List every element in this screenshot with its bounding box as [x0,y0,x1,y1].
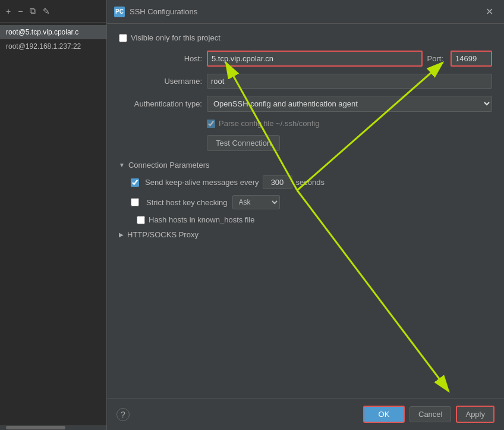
strict-host-label: Strict host key checking [146,198,228,207]
username-row: Username: [119,74,492,89]
sidebar-scrollbar[interactable] [0,425,106,430]
auth-type-label: Authentication type: [119,99,202,108]
username-label: Username: [119,77,202,86]
host-input-wrap: Port: [207,51,492,67]
host-label: Host: [119,54,202,63]
sidebar: + − ⧉ ✎ root@5.tcp.vip.cpolar.c root@192… [0,0,107,430]
visible-only-row: Visible only for this project [119,33,492,42]
hash-hosts-label: Hash hosts in known_hosts file [149,215,254,224]
hash-hosts-checkbox[interactable] [137,216,145,224]
dialog-title: SSH Configurations [130,7,482,16]
keepalive-input[interactable] [263,175,292,189]
cancel-button[interactable]: Cancel [410,406,451,422]
parse-config-row: Parse config file ~/.ssh/config [119,119,492,128]
visible-only-checkbox[interactable] [119,34,127,42]
strict-host-select[interactable]: Ask Yes No [232,195,280,209]
connection-params-header[interactable]: ▼ Connection Parameters [119,161,492,170]
dialog-content: Visible only for this project Host: Port… [107,24,504,398]
dialog-titlebar: PC SSH Configurations ✕ [107,0,504,24]
remove-config-button[interactable]: − [15,5,25,17]
strict-host-row: Strict host key checking Ask Yes No [131,195,492,209]
visible-only-label: Visible only for this project [131,33,220,42]
add-config-button[interactable]: + [4,5,13,17]
connection-params-content: Send keep-alive messages every seconds S… [119,175,492,224]
auth-type-row: Authentication type: OpenSSH config and … [119,96,492,112]
app-icon: PC [114,7,125,17]
connection-params-label: Connection Parameters [128,161,210,170]
ok-button[interactable]: OK [363,406,405,423]
close-button[interactable]: ✕ [482,5,497,18]
test-connection-row: Test Connection [119,135,492,151]
keepalive-prefix: Send keep-alive messages every [145,178,259,187]
sidebar-item-1[interactable]: root@192.168.1.237:22 [0,39,106,54]
parse-config-label: Parse config file ~/.ssh/config [219,119,319,128]
keepalive-suffix: seconds [296,178,325,187]
dialog-overlay: + − ⧉ ✎ root@5.tcp.vip.cpolar.c root@192… [0,0,504,430]
parse-config-checkbox[interactable] [207,120,215,128]
proxy-header[interactable]: ▶ HTTP/SOCKS Proxy [119,230,492,239]
apply-button[interactable]: Apply [456,406,494,423]
proxy-section: ▶ HTTP/SOCKS Proxy [119,230,492,239]
dialog-footer: ? OK Cancel Apply [107,398,504,430]
proxy-arrow: ▶ [119,231,124,238]
ssh-config-dialog: PC SSH Configurations ✕ Visible only for… [107,0,504,430]
sidebar-toolbar: + − ⧉ ✎ [0,0,106,23]
host-port-row: Host: Port: [119,51,492,67]
username-input[interactable] [207,74,492,89]
test-connection-button[interactable]: Test Connection [207,135,280,151]
auth-type-select[interactable]: OpenSSH config and authentication agent … [207,96,492,112]
edit-config-button[interactable]: ✎ [40,5,52,17]
sidebar-item-0[interactable]: root@5.tcp.vip.cpolar.c [0,25,106,39]
sidebar-items-list: root@5.tcp.vip.cpolar.c root@192.168.1.2… [0,23,106,425]
sidebar-scrollbar-thumb [6,426,65,429]
help-button[interactable]: ? [116,408,130,421]
connection-params-arrow: ▼ [119,162,125,168]
copy-config-button[interactable]: ⧉ [27,5,38,17]
keepalive-row: Send keep-alive messages every seconds [131,175,492,189]
proxy-label: HTTP/SOCKS Proxy [127,230,199,239]
port-label: Port: [427,54,443,63]
port-input[interactable] [451,51,492,67]
keepalive-checkbox[interactable] [131,178,139,187]
host-input[interactable] [207,51,423,67]
hash-hosts-row: Hash hosts in known_hosts file [131,215,492,224]
strict-host-checkbox[interactable] [131,198,139,206]
